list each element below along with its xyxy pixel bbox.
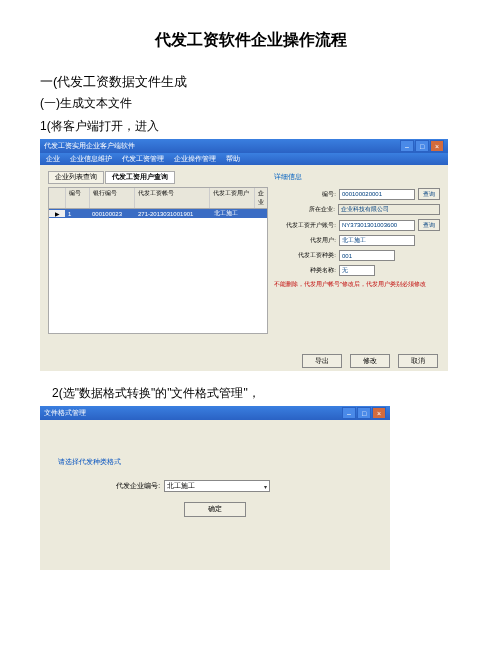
maximize-button-2[interactable]: □ (357, 407, 371, 419)
warning-note: 不能删除，代发用户帐号"修改后，代发用户类别必须修改 (274, 281, 440, 289)
window-body-2: 请选择代发种类格式 代发企业编号: 北工施工 ▾ 确定 (40, 420, 390, 570)
query-button[interactable]: 查询 (418, 188, 440, 200)
table-row[interactable]: ▶ 1 000100023 271-2013031001901 北工施工 (49, 209, 267, 218)
query-button-2[interactable]: 查询 (418, 219, 440, 231)
col-ent: 企业 (255, 188, 267, 208)
close-button[interactable]: × (430, 140, 444, 152)
page-title: 代发工资软件企业操作流程 (40, 30, 462, 51)
tab-payroll-user[interactable]: 代发工资用户查询 (105, 171, 175, 184)
section-1: 一(代发工资数据文件生成 (40, 73, 462, 91)
chevron-down-icon: ▾ (264, 483, 267, 490)
cell-id: 1 (65, 211, 89, 217)
col-user: 代发工资用户 (210, 188, 255, 208)
menu-item[interactable]: 企业 (46, 154, 60, 164)
modify-button[interactable]: 修改 (350, 354, 390, 368)
label-category: 代发工资种类: (298, 251, 336, 260)
menu-item[interactable]: 帮助 (226, 154, 240, 164)
window-titlebar-2: 文件格式管理 – □ × (40, 406, 390, 420)
window-title-2: 文件格式管理 (44, 408, 86, 418)
menu-item[interactable]: 企业操作管理 (174, 154, 216, 164)
col-arrow (49, 188, 66, 208)
col-id: 编号 (66, 188, 90, 208)
footer-bar: 导出 修改 取消 (40, 351, 448, 371)
section-1-1: (一)生成文本文件 (40, 95, 462, 112)
label-id: 编号: (322, 190, 336, 199)
detail-title: 详细信息 (274, 173, 440, 182)
select-enterprise[interactable]: 北工施工 ▾ (164, 480, 270, 492)
minimize-button-2[interactable]: – (342, 407, 356, 419)
info-text: 请选择代发种类格式 (58, 458, 121, 467)
label-account: 代发工资开户账号: (286, 221, 336, 230)
window-titlebar: 代发工资实用企业客户端软件 – □ × (40, 139, 448, 153)
label-enterprise: 所在企业: (309, 205, 335, 214)
minimize-button[interactable]: – (400, 140, 414, 152)
label-catname: 种类名称: (310, 266, 336, 275)
table-header: 编号 银行编号 代发工资帐号 代发工资用户 企业 (48, 187, 268, 209)
table-body: ▶ 1 000100023 271-2013031001901 北工施工 (48, 209, 268, 334)
menu-bar: 企业 企业信息维护 代发工资管理 企业操作管理 帮助 (40, 153, 448, 165)
step-1: 1(将客户端打开，进入 (40, 118, 462, 135)
input-enterprise: 企业科技有限公司 (338, 204, 440, 215)
window-title: 代发工资实用企业客户端软件 (44, 141, 135, 151)
step-2: 2(选"数据格式转换"的"文件格式管理"， (52, 385, 462, 402)
input-catname[interactable]: 无 (339, 265, 375, 276)
tab-enterprise-list[interactable]: 企业列表查询 (48, 171, 104, 184)
col-bank: 银行编号 (90, 188, 135, 208)
row-arrow-icon: ▶ (49, 210, 65, 217)
ok-button[interactable]: 确定 (184, 502, 246, 517)
screenshot-2: 文件格式管理 – □ × 请选择代发种类格式 代发企业编号: 北工施工 ▾ 确定 (40, 406, 390, 570)
cancel-button[interactable]: 取消 (398, 354, 438, 368)
menu-item[interactable]: 企业信息维护 (70, 154, 112, 164)
input-account[interactable]: NY37301301003600 (339, 220, 415, 231)
cell-acc: 271-2013031001901 (135, 211, 211, 217)
cell-bank: 000100023 (89, 211, 135, 217)
maximize-button[interactable]: □ (415, 140, 429, 152)
close-button-2[interactable]: × (372, 407, 386, 419)
input-id[interactable]: 000100020001 (339, 189, 415, 200)
window-body: 企业列表查询 代发工资用户查询 编号 银行编号 代发工资帐号 代发工资用户 企业… (40, 165, 448, 351)
export-button[interactable]: 导出 (302, 354, 342, 368)
input-user[interactable]: 北工施工 (339, 235, 415, 246)
label-enterprise-id: 代发企业编号: (100, 482, 160, 491)
input-category[interactable]: 001 (339, 250, 395, 261)
cell-user: 北工施工 (211, 209, 257, 218)
select-value: 北工施工 (167, 482, 195, 491)
col-acc: 代发工资帐号 (135, 188, 209, 208)
menu-item[interactable]: 代发工资管理 (122, 154, 164, 164)
screenshot-1: 代发工资实用企业客户端软件 – □ × 企业 企业信息维护 代发工资管理 企业操… (40, 139, 448, 371)
label-user: 代发用户: (310, 236, 336, 245)
right-pane: 详细信息 编号: 000100020001 查询 所在企业: 企业科技有限公司 … (274, 171, 440, 289)
left-pane: 企业列表查询 代发工资用户查询 编号 银行编号 代发工资帐号 代发工资用户 企业… (48, 171, 268, 334)
